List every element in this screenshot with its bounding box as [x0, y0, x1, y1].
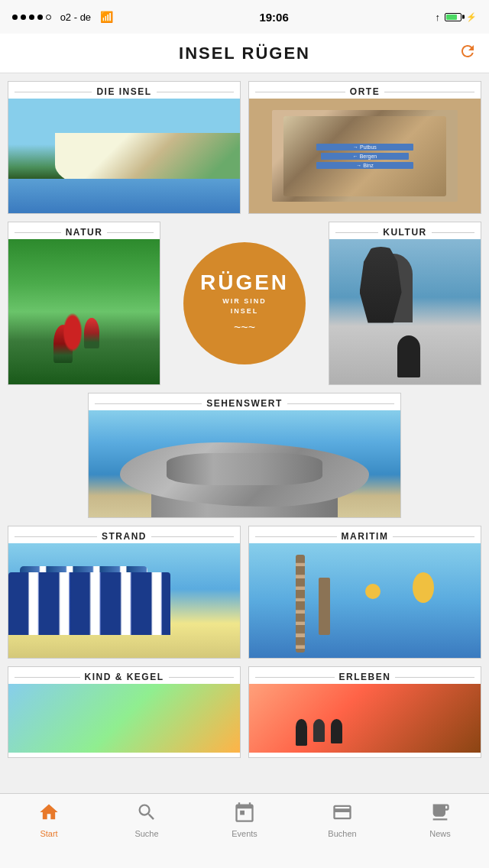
refresh-icon: [458, 42, 477, 60]
header-line-left: [15, 92, 92, 92]
header-line-left: [95, 403, 202, 404]
tile-maritim-label: MARITIM: [342, 531, 389, 542]
tab-suche-label: Suche: [134, 829, 158, 838]
header-line-right: [287, 403, 394, 404]
tile-strand-label: STRAND: [102, 531, 147, 542]
signal-dot-4: [37, 15, 43, 20]
tile-die-insel-header: DIE INSEL: [8, 82, 240, 99]
top-row: DIE INSEL ORTE → Putbus ← Bergen → Binz: [8, 81, 481, 214]
signal-dot-2: [21, 15, 26, 20]
tile-kultur-header: KULTUR: [329, 222, 481, 239]
signal-dot-5: [46, 15, 51, 20]
tab-events-label: Events: [232, 829, 257, 838]
erleben-image: [249, 684, 481, 753]
tab-buchen[interactable]: Buchen: [312, 802, 373, 838]
tile-natur-label: NATUR: [66, 227, 103, 238]
battery-indicator: [445, 13, 461, 21]
header-line-left: [255, 536, 337, 537]
bottom-partial-row: KIND & KEGEL ERLEBEN: [8, 666, 481, 758]
tab-news[interactable]: News: [410, 802, 471, 838]
tab-start[interactable]: Start: [18, 802, 79, 838]
kultur-image: [329, 239, 481, 384]
status-right: ↑ ⚡: [435, 11, 477, 23]
header-line-right: [393, 536, 474, 537]
tile-maritim-header: MARITIM: [249, 526, 481, 543]
header-line-left: [255, 92, 345, 92]
news-icon: [429, 802, 451, 826]
tile-sehenswert-header: SEHENSWERT: [89, 394, 400, 410]
maritim-image: [249, 543, 481, 658]
location-icon: ↑: [435, 11, 440, 23]
tile-maritim[interactable]: MARITIM: [248, 526, 481, 659]
tile-kultur-label: KULTUR: [383, 227, 426, 238]
natur-image: [8, 239, 160, 384]
tile-erleben-label: ERLEBEN: [339, 672, 391, 682]
tile-strand[interactable]: STRAND: [8, 526, 241, 659]
main-content: DIE INSEL ORTE → Putbus ← Bergen → Binz: [0, 73, 489, 842]
ruegen-logo: RÜGEN WIR SINDINSEL ~~~: [183, 242, 306, 364]
header-line-right: [395, 677, 474, 678]
strand-image: [8, 543, 240, 658]
header-line-right: [169, 677, 235, 678]
header-line-left: [15, 536, 97, 537]
tile-kultur[interactable]: KULTUR: [329, 222, 481, 385]
tile-die-insel-label: DIE INSEL: [96, 86, 151, 97]
middle-row: NATUR RÜGEN WIR SINDINSEL ~~~: [8, 222, 481, 385]
tab-start-label: Start: [40, 829, 57, 838]
app-header: INSEL RÜGEN: [0, 34, 489, 73]
status-time: 19:06: [259, 11, 288, 24]
tile-die-insel[interactable]: DIE INSEL: [8, 81, 241, 214]
signal-dot-1: [12, 15, 18, 20]
header-line-right: [384, 92, 474, 92]
tile-kind-kegel[interactable]: KIND & KEGEL: [8, 666, 241, 758]
header-line-right: [432, 232, 474, 233]
header-line-left: [255, 677, 335, 678]
tile-orte[interactable]: ORTE → Putbus ← Bergen → Binz: [248, 81, 481, 214]
orte-image: → Putbus ← Bergen → Binz: [249, 99, 481, 213]
carrier-text: o2 - de: [60, 11, 91, 23]
refresh-button[interactable]: [458, 42, 477, 65]
ruegen-logo-container[interactable]: RÜGEN WIR SINDINSEL ~~~: [168, 222, 321, 385]
sehenswert-row: SEHENSWERT: [88, 393, 400, 518]
tab-bar: Start Suche Events Buchen News: [0, 793, 489, 868]
header-line-left: [335, 232, 378, 233]
tile-erleben-header: ERLEBEN: [249, 667, 481, 684]
charging-icon: ⚡: [466, 12, 477, 22]
sehenswert-image: [89, 410, 400, 517]
tab-suche[interactable]: Suche: [116, 802, 177, 838]
tile-sehenswert-label: SEHENSWERT: [206, 398, 283, 409]
page-title: INSEL RÜGEN: [179, 44, 310, 63]
tile-natur-header: NATUR: [8, 222, 160, 239]
strand-maritim-row: STRAND MARITIM: [8, 526, 481, 659]
tile-sehenswert[interactable]: SEHENSWERT: [88, 393, 400, 518]
calendar-icon: [234, 802, 255, 826]
kind-kegel-image: [8, 684, 240, 753]
battery-fill: [446, 15, 457, 20]
tile-orte-header: ORTE: [249, 82, 481, 99]
status-carrier: o2 - de 📶: [12, 11, 113, 23]
signal-dot-3: [29, 15, 34, 20]
logo-sub-text: WIR SINDINSEL: [222, 296, 267, 316]
header-line-right: [157, 92, 234, 92]
header-line-left: [15, 677, 80, 678]
header-line-left: [15, 232, 61, 233]
tile-natur[interactable]: NATUR: [8, 222, 160, 385]
tile-kind-kegel-label: KIND & KEGEL: [85, 672, 164, 682]
search-icon: [136, 802, 157, 826]
logo-wave: ~~~: [234, 321, 255, 335]
header-line-right: [107, 232, 154, 233]
tile-orte-label: ORTE: [350, 86, 380, 97]
status-bar: o2 - de 📶 19:06 ↑ ⚡: [0, 0, 489, 34]
logo-main-text: RÜGEN: [200, 272, 289, 293]
die-insel-image: [8, 99, 240, 213]
tab-buchen-label: Buchen: [328, 829, 356, 838]
tile-strand-header: STRAND: [8, 526, 240, 543]
header-line-right: [151, 536, 234, 537]
tile-kind-kegel-header: KIND & KEGEL: [8, 667, 240, 684]
tab-news-label: News: [429, 829, 451, 838]
wifi-icon: 📶: [100, 11, 113, 23]
home-icon: [38, 802, 60, 826]
tab-events[interactable]: Events: [214, 802, 275, 838]
tile-erleben[interactable]: ERLEBEN: [248, 666, 481, 758]
book-icon: [332, 802, 353, 826]
